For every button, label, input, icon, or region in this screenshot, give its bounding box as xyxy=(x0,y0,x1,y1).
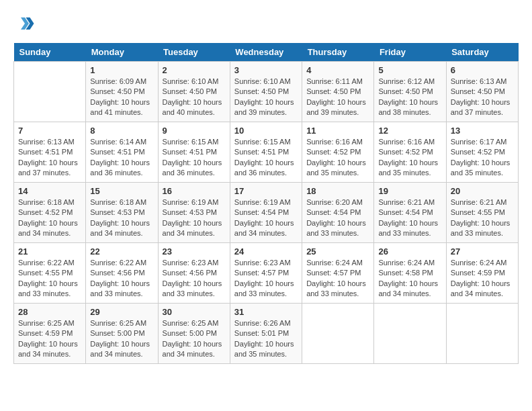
day-number: 16 xyxy=(163,186,226,196)
day-number: 24 xyxy=(234,246,298,257)
day-info: Sunrise: 6:16 AM Sunset: 4:52 PM Dayligh… xyxy=(306,137,369,179)
calendar-cell: 21 Sunrise: 6:22 AM Sunset: 4:55 PM Dayl… xyxy=(14,243,86,304)
calendar-cell: 31 Sunrise: 6:26 AM Sunset: 5:01 PM Dayl… xyxy=(230,304,302,364)
day-info: Sunrise: 6:10 AM Sunset: 4:50 PM Dayligh… xyxy=(234,77,298,118)
calendar-table: SundayMondayTuesdayWednesdayThursdayFrid… xyxy=(13,43,519,364)
calendar-week-row: 21 Sunrise: 6:22 AM Sunset: 4:55 PM Dayl… xyxy=(14,243,519,304)
calendar-cell: 4 Sunrise: 6:11 AM Sunset: 4:50 PM Dayli… xyxy=(302,62,374,122)
day-number: 31 xyxy=(234,307,298,317)
day-number: 20 xyxy=(451,186,514,196)
day-info: Sunrise: 6:18 AM Sunset: 4:53 PM Dayligh… xyxy=(90,197,153,239)
weekday-header: Monday xyxy=(86,43,158,62)
day-number: 5 xyxy=(378,65,441,75)
day-info: Sunrise: 6:22 AM Sunset: 4:55 PM Dayligh… xyxy=(18,258,81,300)
day-number: 3 xyxy=(234,65,298,75)
day-info: Sunrise: 6:14 AM Sunset: 4:51 PM Dayligh… xyxy=(90,137,153,179)
day-info: Sunrise: 6:25 AM Sunset: 4:59 PM Dayligh… xyxy=(18,318,81,360)
calendar-cell: 23 Sunrise: 6:23 AM Sunset: 4:56 PM Dayl… xyxy=(158,243,230,304)
calendar-cell: 1 Sunrise: 6:09 AM Sunset: 4:50 PM Dayli… xyxy=(86,62,158,122)
calendar-cell: 7 Sunrise: 6:13 AM Sunset: 4:51 PM Dayli… xyxy=(14,122,86,183)
day-info: Sunrise: 6:25 AM Sunset: 5:00 PM Dayligh… xyxy=(163,318,226,360)
calendar-cell: 3 Sunrise: 6:10 AM Sunset: 4:50 PM Dayli… xyxy=(230,62,302,122)
calendar-cell: 6 Sunrise: 6:13 AM Sunset: 4:50 PM Dayli… xyxy=(446,62,518,122)
day-number: 19 xyxy=(378,186,441,196)
calendar-cell: 17 Sunrise: 6:19 AM Sunset: 4:54 PM Dayl… xyxy=(230,183,302,243)
day-number: 18 xyxy=(306,186,369,196)
weekday-header-row: SundayMondayTuesdayWednesdayThursdayFrid… xyxy=(14,43,519,62)
calendar-cell: 26 Sunrise: 6:24 AM Sunset: 4:58 PM Dayl… xyxy=(374,243,446,304)
calendar-cell: 16 Sunrise: 6:19 AM Sunset: 4:53 PM Dayl… xyxy=(158,183,230,243)
day-info: Sunrise: 6:20 AM Sunset: 4:54 PM Dayligh… xyxy=(306,197,369,239)
calendar-cell: 19 Sunrise: 6:21 AM Sunset: 4:54 PM Dayl… xyxy=(374,183,446,243)
calendar-week-row: 1 Sunrise: 6:09 AM Sunset: 4:50 PM Dayli… xyxy=(14,62,519,122)
day-number: 22 xyxy=(90,246,153,257)
calendar-cell: 30 Sunrise: 6:25 AM Sunset: 5:00 PM Dayl… xyxy=(158,304,230,364)
calendar-cell: 10 Sunrise: 6:15 AM Sunset: 4:51 PM Dayl… xyxy=(230,122,302,183)
calendar-cell: 15 Sunrise: 6:18 AM Sunset: 4:53 PM Dayl… xyxy=(86,183,158,243)
calendar-cell xyxy=(14,62,86,122)
day-info: Sunrise: 6:19 AM Sunset: 4:53 PM Dayligh… xyxy=(163,197,226,239)
weekday-header: Tuesday xyxy=(158,43,230,62)
day-number: 21 xyxy=(18,246,81,257)
day-number: 9 xyxy=(163,126,226,136)
day-info: Sunrise: 6:22 AM Sunset: 4:56 PM Dayligh… xyxy=(90,258,153,300)
day-number: 8 xyxy=(90,126,153,136)
day-number: 28 xyxy=(18,307,81,317)
day-info: Sunrise: 6:21 AM Sunset: 4:54 PM Dayligh… xyxy=(378,197,441,239)
weekday-header: Wednesday xyxy=(230,43,302,62)
calendar-cell: 12 Sunrise: 6:16 AM Sunset: 4:52 PM Dayl… xyxy=(374,122,446,183)
day-info: Sunrise: 6:17 AM Sunset: 4:52 PM Dayligh… xyxy=(451,137,514,179)
day-number: 2 xyxy=(163,65,226,75)
day-number: 26 xyxy=(378,246,441,257)
calendar-cell: 22 Sunrise: 6:22 AM Sunset: 4:56 PM Dayl… xyxy=(86,243,158,304)
calendar-week-row: 7 Sunrise: 6:13 AM Sunset: 4:51 PM Dayli… xyxy=(14,122,519,183)
logo xyxy=(13,13,35,36)
day-number: 30 xyxy=(163,307,226,317)
calendar-cell xyxy=(446,304,518,364)
day-number: 27 xyxy=(451,246,514,257)
calendar-cell: 24 Sunrise: 6:23 AM Sunset: 4:57 PM Dayl… xyxy=(230,243,302,304)
calendar-cell: 20 Sunrise: 6:21 AM Sunset: 4:55 PM Dayl… xyxy=(446,183,518,243)
day-info: Sunrise: 6:19 AM Sunset: 4:54 PM Dayligh… xyxy=(234,197,298,239)
calendar-cell: 8 Sunrise: 6:14 AM Sunset: 4:51 PM Dayli… xyxy=(86,122,158,183)
page-header xyxy=(13,13,519,36)
weekday-header: Friday xyxy=(374,43,446,62)
day-info: Sunrise: 6:12 AM Sunset: 4:50 PM Dayligh… xyxy=(378,77,441,118)
day-number: 13 xyxy=(451,126,514,136)
day-info: Sunrise: 6:24 AM Sunset: 4:59 PM Dayligh… xyxy=(451,258,514,300)
day-number: 17 xyxy=(234,186,298,196)
weekday-header: Sunday xyxy=(14,43,86,62)
calendar-week-row: 14 Sunrise: 6:18 AM Sunset: 4:52 PM Dayl… xyxy=(14,183,519,243)
day-number: 6 xyxy=(451,65,514,75)
day-info: Sunrise: 6:24 AM Sunset: 4:57 PM Dayligh… xyxy=(306,258,369,300)
calendar-cell: 9 Sunrise: 6:15 AM Sunset: 4:51 PM Dayli… xyxy=(158,122,230,183)
day-info: Sunrise: 6:25 AM Sunset: 5:00 PM Dayligh… xyxy=(90,318,153,360)
day-number: 25 xyxy=(306,246,369,257)
day-number: 12 xyxy=(378,126,441,136)
day-info: Sunrise: 6:13 AM Sunset: 4:50 PM Dayligh… xyxy=(451,77,514,118)
weekday-header: Thursday xyxy=(302,43,374,62)
calendar-week-row: 28 Sunrise: 6:25 AM Sunset: 4:59 PM Dayl… xyxy=(14,304,519,364)
day-number: 11 xyxy=(306,126,369,136)
calendar-cell: 27 Sunrise: 6:24 AM Sunset: 4:59 PM Dayl… xyxy=(446,243,518,304)
day-number: 10 xyxy=(234,126,298,136)
calendar-cell: 2 Sunrise: 6:10 AM Sunset: 4:50 PM Dayli… xyxy=(158,62,230,122)
day-info: Sunrise: 6:23 AM Sunset: 4:56 PM Dayligh… xyxy=(163,258,226,300)
day-number: 7 xyxy=(18,126,81,136)
day-info: Sunrise: 6:18 AM Sunset: 4:52 PM Dayligh… xyxy=(18,197,81,239)
calendar-cell: 18 Sunrise: 6:20 AM Sunset: 4:54 PM Dayl… xyxy=(302,183,374,243)
day-info: Sunrise: 6:21 AM Sunset: 4:55 PM Dayligh… xyxy=(451,197,514,239)
calendar-cell: 13 Sunrise: 6:17 AM Sunset: 4:52 PM Dayl… xyxy=(446,122,518,183)
calendar-cell: 25 Sunrise: 6:24 AM Sunset: 4:57 PM Dayl… xyxy=(302,243,374,304)
day-info: Sunrise: 6:26 AM Sunset: 5:01 PM Dayligh… xyxy=(234,318,298,360)
day-info: Sunrise: 6:10 AM Sunset: 4:50 PM Dayligh… xyxy=(163,77,226,118)
day-number: 23 xyxy=(163,246,226,257)
calendar-cell: 5 Sunrise: 6:12 AM Sunset: 4:50 PM Dayli… xyxy=(374,62,446,122)
calendar-cell: 11 Sunrise: 6:16 AM Sunset: 4:52 PM Dayl… xyxy=(302,122,374,183)
day-info: Sunrise: 6:09 AM Sunset: 4:50 PM Dayligh… xyxy=(90,77,153,118)
day-info: Sunrise: 6:13 AM Sunset: 4:51 PM Dayligh… xyxy=(18,137,81,179)
day-info: Sunrise: 6:11 AM Sunset: 4:50 PM Dayligh… xyxy=(306,77,369,118)
day-number: 15 xyxy=(90,186,153,196)
day-info: Sunrise: 6:15 AM Sunset: 4:51 PM Dayligh… xyxy=(234,137,298,179)
day-number: 14 xyxy=(18,186,81,196)
